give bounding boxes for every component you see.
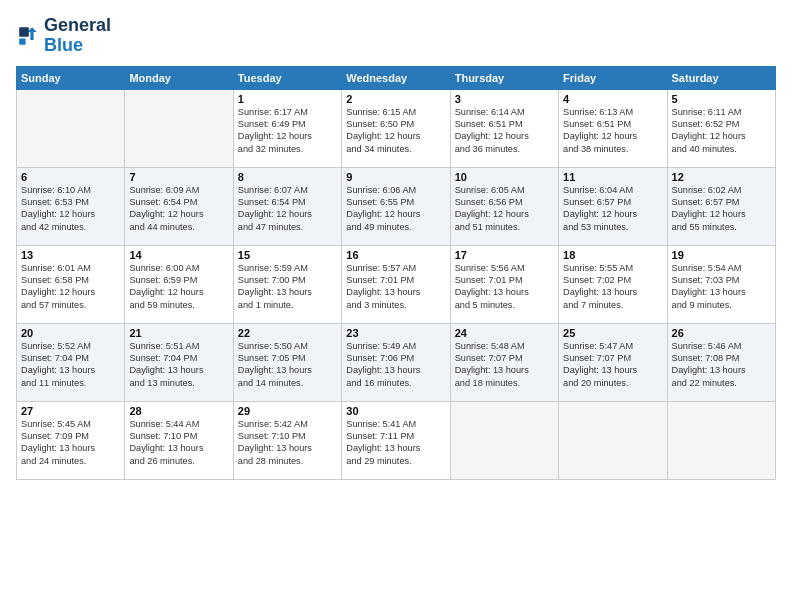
calendar-day-cell: 2Sunrise: 6:15 AM Sunset: 6:50 PM Daylig…: [342, 89, 450, 167]
day-number: 1: [238, 93, 337, 105]
day-number: 7: [129, 171, 228, 183]
calendar-day-cell: 19Sunrise: 5:54 AM Sunset: 7:03 PM Dayli…: [667, 245, 775, 323]
day-detail: Sunrise: 5:51 AM Sunset: 7:04 PM Dayligh…: [129, 340, 228, 390]
calendar-day-cell: 23Sunrise: 5:49 AM Sunset: 7:06 PM Dayli…: [342, 323, 450, 401]
calendar-day-cell: 16Sunrise: 5:57 AM Sunset: 7:01 PM Dayli…: [342, 245, 450, 323]
day-detail: Sunrise: 6:10 AM Sunset: 6:53 PM Dayligh…: [21, 184, 120, 234]
calendar-day-cell: [559, 401, 667, 479]
calendar-header-thursday: Thursday: [450, 66, 558, 89]
day-detail: Sunrise: 5:55 AM Sunset: 7:02 PM Dayligh…: [563, 262, 662, 312]
calendar-day-cell: 26Sunrise: 5:46 AM Sunset: 7:08 PM Dayli…: [667, 323, 775, 401]
day-detail: Sunrise: 5:44 AM Sunset: 7:10 PM Dayligh…: [129, 418, 228, 468]
calendar-day-cell: 30Sunrise: 5:41 AM Sunset: 7:11 PM Dayli…: [342, 401, 450, 479]
day-number: 9: [346, 171, 445, 183]
calendar-week-row: 20Sunrise: 5:52 AM Sunset: 7:04 PM Dayli…: [17, 323, 776, 401]
calendar-header-monday: Monday: [125, 66, 233, 89]
day-detail: Sunrise: 6:02 AM Sunset: 6:57 PM Dayligh…: [672, 184, 771, 234]
day-detail: Sunrise: 5:52 AM Sunset: 7:04 PM Dayligh…: [21, 340, 120, 390]
day-number: 28: [129, 405, 228, 417]
calendar-day-cell: 17Sunrise: 5:56 AM Sunset: 7:01 PM Dayli…: [450, 245, 558, 323]
calendar-day-cell: [125, 89, 233, 167]
day-detail: Sunrise: 5:45 AM Sunset: 7:09 PM Dayligh…: [21, 418, 120, 468]
calendar-day-cell: [667, 401, 775, 479]
day-number: 6: [21, 171, 120, 183]
day-detail: Sunrise: 6:15 AM Sunset: 6:50 PM Dayligh…: [346, 106, 445, 156]
day-number: 18: [563, 249, 662, 261]
day-detail: Sunrise: 6:04 AM Sunset: 6:57 PM Dayligh…: [563, 184, 662, 234]
day-number: 16: [346, 249, 445, 261]
day-number: 17: [455, 249, 554, 261]
day-number: 11: [563, 171, 662, 183]
calendar-week-row: 27Sunrise: 5:45 AM Sunset: 7:09 PM Dayli…: [17, 401, 776, 479]
calendar-header-row: SundayMondayTuesdayWednesdayThursdayFrid…: [17, 66, 776, 89]
calendar-day-cell: 21Sunrise: 5:51 AM Sunset: 7:04 PM Dayli…: [125, 323, 233, 401]
calendar-header-friday: Friday: [559, 66, 667, 89]
calendar-day-cell: 1Sunrise: 6:17 AM Sunset: 6:49 PM Daylig…: [233, 89, 341, 167]
day-number: 10: [455, 171, 554, 183]
day-detail: Sunrise: 5:59 AM Sunset: 7:00 PM Dayligh…: [238, 262, 337, 312]
day-detail: Sunrise: 6:05 AM Sunset: 6:56 PM Dayligh…: [455, 184, 554, 234]
day-detail: Sunrise: 5:50 AM Sunset: 7:05 PM Dayligh…: [238, 340, 337, 390]
day-detail: Sunrise: 5:48 AM Sunset: 7:07 PM Dayligh…: [455, 340, 554, 390]
calendar-week-row: 6Sunrise: 6:10 AM Sunset: 6:53 PM Daylig…: [17, 167, 776, 245]
day-detail: Sunrise: 6:00 AM Sunset: 6:59 PM Dayligh…: [129, 262, 228, 312]
calendar-day-cell: 6Sunrise: 6:10 AM Sunset: 6:53 PM Daylig…: [17, 167, 125, 245]
day-number: 5: [672, 93, 771, 105]
day-number: 8: [238, 171, 337, 183]
day-detail: Sunrise: 6:09 AM Sunset: 6:54 PM Dayligh…: [129, 184, 228, 234]
calendar-day-cell: [17, 89, 125, 167]
calendar-day-cell: 15Sunrise: 5:59 AM Sunset: 7:00 PM Dayli…: [233, 245, 341, 323]
calendar-day-cell: 25Sunrise: 5:47 AM Sunset: 7:07 PM Dayli…: [559, 323, 667, 401]
day-number: 12: [672, 171, 771, 183]
day-number: 4: [563, 93, 662, 105]
calendar-day-cell: 5Sunrise: 6:11 AM Sunset: 6:52 PM Daylig…: [667, 89, 775, 167]
calendar-day-cell: 12Sunrise: 6:02 AM Sunset: 6:57 PM Dayli…: [667, 167, 775, 245]
day-detail: Sunrise: 6:07 AM Sunset: 6:54 PM Dayligh…: [238, 184, 337, 234]
day-number: 15: [238, 249, 337, 261]
day-number: 24: [455, 327, 554, 339]
day-detail: Sunrise: 6:06 AM Sunset: 6:55 PM Dayligh…: [346, 184, 445, 234]
calendar-day-cell: 24Sunrise: 5:48 AM Sunset: 7:07 PM Dayli…: [450, 323, 558, 401]
calendar-day-cell: 27Sunrise: 5:45 AM Sunset: 7:09 PM Dayli…: [17, 401, 125, 479]
header: General Blue: [16, 16, 776, 56]
day-number: 3: [455, 93, 554, 105]
day-detail: Sunrise: 5:56 AM Sunset: 7:01 PM Dayligh…: [455, 262, 554, 312]
calendar-week-row: 13Sunrise: 6:01 AM Sunset: 6:58 PM Dayli…: [17, 245, 776, 323]
page: General Blue SundayMondayTuesdayWednesda…: [0, 0, 792, 612]
calendar-day-cell: 3Sunrise: 6:14 AM Sunset: 6:51 PM Daylig…: [450, 89, 558, 167]
day-detail: Sunrise: 6:11 AM Sunset: 6:52 PM Dayligh…: [672, 106, 771, 156]
calendar-day-cell: 10Sunrise: 6:05 AM Sunset: 6:56 PM Dayli…: [450, 167, 558, 245]
day-detail: Sunrise: 5:47 AM Sunset: 7:07 PM Dayligh…: [563, 340, 662, 390]
day-number: 27: [21, 405, 120, 417]
calendar-day-cell: 11Sunrise: 6:04 AM Sunset: 6:57 PM Dayli…: [559, 167, 667, 245]
day-number: 13: [21, 249, 120, 261]
calendar-day-cell: [450, 401, 558, 479]
day-number: 2: [346, 93, 445, 105]
day-detail: Sunrise: 5:46 AM Sunset: 7:08 PM Dayligh…: [672, 340, 771, 390]
calendar-week-row: 1Sunrise: 6:17 AM Sunset: 6:49 PM Daylig…: [17, 89, 776, 167]
day-number: 30: [346, 405, 445, 417]
calendar-day-cell: 14Sunrise: 6:00 AM Sunset: 6:59 PM Dayli…: [125, 245, 233, 323]
calendar-day-cell: 28Sunrise: 5:44 AM Sunset: 7:10 PM Dayli…: [125, 401, 233, 479]
calendar-day-cell: 29Sunrise: 5:42 AM Sunset: 7:10 PM Dayli…: [233, 401, 341, 479]
calendar-header-wednesday: Wednesday: [342, 66, 450, 89]
day-number: 29: [238, 405, 337, 417]
calendar-day-cell: 4Sunrise: 6:13 AM Sunset: 6:51 PM Daylig…: [559, 89, 667, 167]
logo-text-block: General Blue: [44, 16, 111, 56]
day-detail: Sunrise: 6:17 AM Sunset: 6:49 PM Dayligh…: [238, 106, 337, 156]
calendar-day-cell: 18Sunrise: 5:55 AM Sunset: 7:02 PM Dayli…: [559, 245, 667, 323]
logo: General Blue: [16, 16, 111, 56]
calendar-day-cell: 20Sunrise: 5:52 AM Sunset: 7:04 PM Dayli…: [17, 323, 125, 401]
calendar-day-cell: 7Sunrise: 6:09 AM Sunset: 6:54 PM Daylig…: [125, 167, 233, 245]
day-number: 21: [129, 327, 228, 339]
calendar-table: SundayMondayTuesdayWednesdayThursdayFrid…: [16, 66, 776, 480]
logo-icon: [16, 24, 40, 48]
day-number: 25: [563, 327, 662, 339]
day-number: 26: [672, 327, 771, 339]
calendar-day-cell: 13Sunrise: 6:01 AM Sunset: 6:58 PM Dayli…: [17, 245, 125, 323]
calendar-day-cell: 8Sunrise: 6:07 AM Sunset: 6:54 PM Daylig…: [233, 167, 341, 245]
logo-line1: General: [44, 16, 111, 36]
svg-rect-2: [19, 38, 25, 44]
calendar-header-sunday: Sunday: [17, 66, 125, 89]
day-number: 14: [129, 249, 228, 261]
